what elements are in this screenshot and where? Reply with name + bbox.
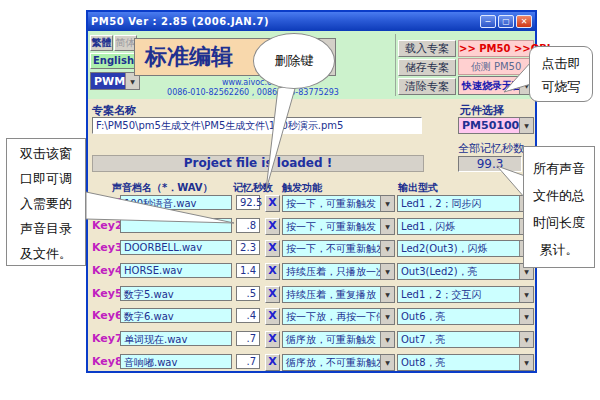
output-select[interactable]: Led1，2；交互闪▼: [397, 286, 534, 303]
callout-line: 可烧写: [530, 75, 592, 98]
dropdown-arrow-icon[interactable]: ▼: [380, 332, 394, 347]
output-select[interactable]: Out7，亮▼: [397, 331, 534, 348]
delete-key-button[interactable]: X: [265, 195, 280, 212]
key-label: Key1: [92, 196, 123, 209]
lang-traditional-button[interactable]: 繁體: [90, 35, 113, 51]
key-label: Key7: [92, 332, 123, 345]
callout-line: 声音目录: [7, 216, 85, 241]
output-select[interactable]: Led2(Out3)，闪烁▼: [397, 240, 534, 257]
dropdown-arrow-icon[interactable]: ▼: [519, 287, 533, 302]
minimize-button[interactable]: ─: [480, 15, 496, 28]
output-select[interactable]: Out8，亮▼: [397, 354, 534, 371]
seconds-field: 1.4: [236, 263, 260, 278]
output-select[interactable]: Out6，亮▼: [397, 308, 534, 325]
dropdown-arrow-icon[interactable]: ▼: [380, 219, 394, 234]
dropdown-arrow-icon[interactable]: ▼: [380, 355, 394, 370]
pwm-select[interactable]: PWM ▼: [90, 72, 140, 90]
delete-key-button[interactable]: X: [265, 331, 280, 348]
output-value: Out6，亮: [398, 310, 519, 324]
website-link[interactable]: www.aivoc.com: [138, 78, 368, 88]
dropdown-arrow-icon[interactable]: ▼: [380, 241, 394, 256]
filename-field[interactable]: 数字5.wav: [120, 286, 232, 301]
delete-key-button[interactable]: X: [265, 263, 280, 280]
filename-field[interactable]: HORSE.wav: [120, 263, 232, 278]
seconds-field: .7: [236, 331, 260, 346]
load-project-button[interactable]: 载入专案: [398, 40, 456, 57]
trigger-value: 按一下，不可重新触发: [283, 242, 380, 256]
delete-key-button[interactable]: X: [265, 286, 280, 303]
delete-key-button[interactable]: X: [265, 308, 280, 325]
filename-field[interactable]: [120, 218, 232, 233]
dropdown-arrow-icon[interactable]: ▼: [380, 287, 394, 302]
output-value: Led2(Out3)，闪烁: [398, 242, 519, 256]
callout-line: 双击该窗: [7, 141, 85, 166]
divider: [395, 34, 396, 96]
delete-key-button[interactable]: X: [265, 354, 280, 371]
trigger-select[interactable]: 持续压着，重复播放▼: [282, 286, 395, 303]
col-header-seconds: 记忆秒数: [233, 181, 273, 195]
trigger-select[interactable]: 按一下，可重新触发▼: [282, 218, 395, 235]
output-select[interactable]: Out3(Led2)，亮▼: [397, 263, 534, 280]
callout-line: 时间长度: [524, 209, 594, 236]
trigger-select[interactable]: 按一下放，再按一下停▼: [282, 308, 395, 325]
trigger-select[interactable]: 持续压着，只播放一次▼: [282, 263, 395, 280]
close-button[interactable]: ✕: [516, 15, 532, 28]
filename-field[interactable]: 数字6.wav: [120, 308, 232, 323]
trigger-value: 循序放，不可重新触发: [283, 356, 380, 370]
quick-burn-select[interactable]: 快速烧录无验证 ▼: [458, 76, 534, 95]
filename-field[interactable]: DOORBELL.wav: [120, 240, 232, 255]
detect-pm50-button[interactable]: 侦测 PM50: [458, 58, 534, 75]
output-value: Out7，亮: [398, 333, 519, 347]
total-seconds-value: 99.3: [458, 156, 522, 172]
callout-doubleclick: 双击该窗 口即可调 入需要的 声音目录 及文件。: [6, 138, 86, 266]
trigger-select[interactable]: 循序放，不可重新触发▼: [282, 354, 395, 371]
output-select[interactable]: Led1，2；同步闪▼: [397, 195, 534, 212]
clear-project-button[interactable]: 清除专案: [398, 78, 456, 95]
filename-field[interactable]: 单词现在.wav: [120, 331, 232, 346]
output-select[interactable]: Led1，闪烁▼: [397, 218, 534, 235]
seconds-field: .4: [236, 308, 260, 323]
callout-line: 累计。: [524, 236, 594, 263]
dropdown-arrow-icon[interactable]: ▼: [519, 355, 533, 370]
callout-delete-key: 删除键: [253, 33, 335, 89]
chip-select[interactable]: PM50100 ▼: [458, 117, 534, 134]
col-header-output: 输出型式: [398, 181, 438, 195]
output-value: Out8，亮: [398, 356, 519, 370]
window-title: PM50 Ver : 2.85 (2006.JAN.7): [91, 16, 269, 27]
output-value: Led1，2；同步闪: [398, 197, 519, 211]
trigger-select[interactable]: 循序放，可重新触发▼: [282, 331, 395, 348]
english-button[interactable]: English: [90, 53, 137, 69]
titlebar[interactable]: PM50 Ver : 2.85 (2006.JAN.7) ─ ▢ ✕: [88, 12, 535, 31]
delete-key-button[interactable]: X: [265, 218, 280, 235]
dropdown-arrow-icon[interactable]: ▼: [519, 332, 533, 347]
delete-key-button[interactable]: X: [265, 240, 280, 257]
filename-field[interactable]: 100秒语音.wav: [120, 195, 232, 210]
project-path-input[interactable]: F:\PM50\pm5生成文件\PM5生成文件\100秒演示.pm5: [92, 117, 422, 134]
pm50-obj-button[interactable]: >> PM50 >>OBJ: [458, 40, 534, 57]
callout-line: 文件的总: [524, 182, 594, 209]
status-bar: Project file is loaded !: [92, 155, 424, 172]
chip-value: PM50100: [459, 119, 519, 132]
key-label: Key8: [92, 355, 123, 368]
callout-click-burn: 点击即 可烧写: [529, 46, 593, 102]
filename-field[interactable]: 音响嘟.wav: [120, 354, 232, 369]
trigger-select[interactable]: 按一下，不可重新触发▼: [282, 240, 395, 257]
trigger-select[interactable]: 按一下，可重新触发▼: [282, 195, 395, 212]
chip-select-label: 元件选择: [460, 103, 504, 118]
seconds-field: 92.5: [236, 195, 260, 210]
callout-line: 入需要的: [7, 191, 85, 216]
dropdown-arrow-icon[interactable]: ▼: [380, 309, 394, 324]
maximize-button[interactable]: ▢: [498, 15, 514, 28]
key-label: Key3: [92, 241, 123, 254]
window-controls: ─ ▢ ✕: [480, 15, 532, 28]
save-project-button[interactable]: 储存专案: [398, 59, 456, 76]
dropdown-arrow-icon[interactable]: ▼: [519, 309, 533, 324]
dropdown-arrow-icon[interactable]: ▼: [380, 264, 394, 279]
dropdown-arrow-icon[interactable]: ▼: [519, 118, 533, 133]
seconds-field: 2.3: [236, 240, 260, 255]
phone-number: 0086-010-82562260 , 0086-755-83775293: [138, 88, 368, 98]
callout-total-time: 所有声音 文件的总 时间长度 累计。: [523, 146, 595, 268]
seconds-field: .7: [236, 354, 260, 369]
dropdown-arrow-icon[interactable]: ▼: [380, 196, 394, 211]
trigger-value: 循序放，可重新触发: [283, 333, 380, 347]
